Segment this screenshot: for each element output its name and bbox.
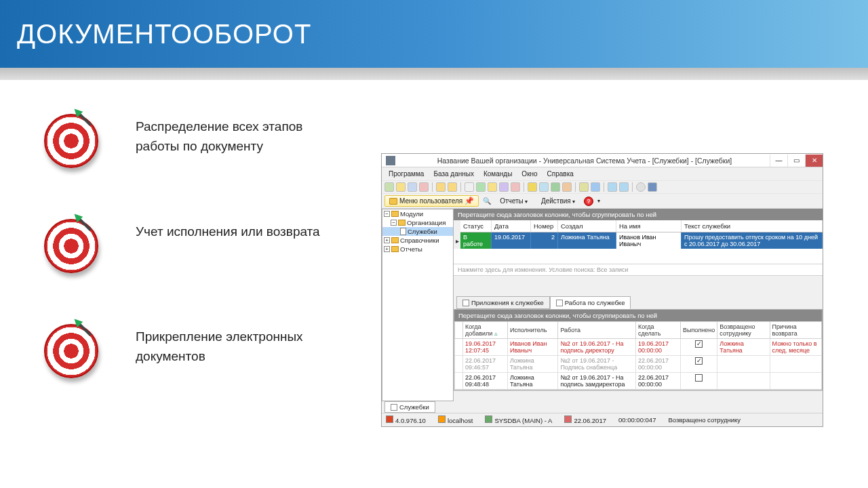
status-user: SYSDBA (MAIN) - A bbox=[494, 417, 552, 424]
folder-icon bbox=[391, 237, 399, 243]
search-hint[interactable]: Нажмите здесь для изменения. Условие пои… bbox=[454, 264, 823, 276]
user-icon bbox=[485, 415, 492, 423]
tree-reference[interactable]: +Справочники bbox=[382, 236, 453, 245]
tree-root-modules[interactable]: −Модули bbox=[382, 209, 453, 218]
toolbar-icon[interactable] bbox=[551, 182, 560, 192]
toolbar-icon[interactable] bbox=[619, 182, 629, 192]
table-row[interactable]: 22.06.2017 09:46:57 Ложкина Татьяна №2 о… bbox=[455, 356, 822, 373]
folder-icon bbox=[389, 198, 397, 205]
col-creator[interactable]: Создал bbox=[558, 220, 616, 232]
footer-tabs: Служебки bbox=[382, 401, 823, 413]
status-version: 4.0.976.10 bbox=[395, 417, 426, 424]
slide-title: ДОКУМЕНТООБОРОТ bbox=[0, 0, 868, 68]
toolbar-icon[interactable] bbox=[648, 182, 657, 192]
toolbar-icon[interactable] bbox=[539, 182, 549, 192]
close-button[interactable]: ✕ bbox=[805, 155, 823, 167]
document-icon bbox=[391, 404, 397, 411]
calendar-icon bbox=[564, 415, 572, 423]
toolbar-icon[interactable] bbox=[384, 182, 394, 192]
user-menu-button[interactable]: Меню пользователя 📌 bbox=[384, 195, 479, 207]
toolbar-icon[interactable] bbox=[396, 182, 406, 192]
help-icon[interactable]: ? bbox=[584, 197, 593, 206]
app-window: Название Вашей организации - Универсальн… bbox=[381, 153, 823, 427]
checkbox[interactable]: ✓ bbox=[695, 340, 703, 348]
toolbar-icon[interactable] bbox=[579, 182, 589, 192]
window-title: Название Вашей организации - Универсальн… bbox=[399, 157, 770, 165]
toolbar-icon[interactable] bbox=[636, 182, 646, 192]
toolbar-icon[interactable] bbox=[562, 182, 572, 192]
col-due[interactable]: Когда сделать bbox=[636, 322, 681, 339]
col-work[interactable]: Работа bbox=[558, 322, 636, 339]
col-returned[interactable]: Возвращено сотруднику bbox=[717, 322, 770, 339]
toolbar-icon[interactable] bbox=[528, 182, 537, 192]
status-icon bbox=[386, 415, 393, 423]
tree-sluzhebki[interactable]: Служебки bbox=[382, 227, 453, 236]
grid-row[interactable]: В работе 19.06.2017 2 Ложкина Татьяна Ив… bbox=[460, 232, 823, 249]
tree-reports[interactable]: +Отчеты bbox=[382, 245, 453, 253]
menu-window[interactable]: Окно bbox=[517, 169, 541, 179]
table-row[interactable]: 19.06.2017 12:07:45 Иванов Иван Иваныч №… bbox=[455, 339, 822, 356]
toolbar-icon[interactable] bbox=[591, 182, 600, 192]
toolbar-icon[interactable] bbox=[511, 182, 520, 192]
col-executor[interactable]: Исполнитель bbox=[507, 322, 557, 339]
app-icon bbox=[386, 156, 395, 165]
bullet-text: Распределение всех этапов работы по доку… bbox=[136, 114, 326, 156]
target-icon bbox=[44, 219, 102, 277]
group-by-bar[interactable]: Перетащите сюда заголовок колонки, чтобы… bbox=[454, 310, 822, 321]
sub-toolbar: Меню пользователя 📌 🔍 Отчеты Действия ?▾ bbox=[382, 194, 823, 209]
minimize-button[interactable]: — bbox=[770, 155, 787, 167]
col-reason[interactable]: Причина возврата bbox=[770, 322, 821, 339]
target-icon bbox=[44, 324, 102, 382]
statusbar: 4.0.976.10 localhost SYSDBA (MAIN) - A 2… bbox=[382, 413, 823, 426]
col-text[interactable]: Текст служебки bbox=[682, 220, 823, 232]
search-icon[interactable]: 🔍 bbox=[483, 197, 491, 205]
toolbar-icon[interactable] bbox=[419, 182, 429, 192]
folder-icon bbox=[398, 220, 406, 226]
col-added[interactable]: Когда добавили ▵ bbox=[463, 322, 508, 339]
group-by-bar[interactable]: Перетащите сюда заголовок колонки, чтобы… bbox=[454, 209, 823, 220]
tab-work[interactable]: Работа по служебке bbox=[550, 296, 631, 309]
row-marker bbox=[454, 220, 460, 232]
tab-attachments[interactable]: Приложения к служебке bbox=[456, 296, 550, 309]
toolbar-icon[interactable] bbox=[465, 182, 474, 192]
toolbar-icon[interactable] bbox=[476, 182, 486, 192]
maximize-button[interactable]: ▭ bbox=[787, 155, 805, 167]
menu-help[interactable]: Справка bbox=[543, 169, 578, 179]
reports-dropdown[interactable]: Отчеты bbox=[495, 196, 532, 206]
toolbar-icon[interactable] bbox=[488, 182, 497, 192]
col-date[interactable]: Дата bbox=[492, 220, 531, 232]
checkbox[interactable] bbox=[695, 374, 703, 382]
slide-divider bbox=[0, 68, 868, 80]
document-icon bbox=[400, 228, 406, 235]
menubar: Программа База данных Команды Окно Справ… bbox=[382, 167, 823, 180]
menu-database[interactable]: База данных bbox=[429, 169, 478, 179]
checkbox[interactable]: ✓ bbox=[695, 357, 703, 365]
server-icon bbox=[438, 415, 446, 423]
status-host: localhost bbox=[448, 417, 473, 424]
toolbar-icon[interactable] bbox=[608, 182, 617, 192]
document-icon bbox=[556, 300, 563, 306]
toolbar bbox=[382, 180, 823, 194]
tree-organization[interactable]: −Организация bbox=[382, 218, 453, 227]
menu-commands[interactable]: Команды bbox=[479, 169, 516, 179]
nav-tree: −Модули −Организация Служебки +Справочни… bbox=[382, 209, 454, 401]
actions-dropdown[interactable]: Действия bbox=[536, 196, 580, 206]
col-recipient[interactable]: На имя bbox=[616, 220, 682, 232]
bullet-text: Прикрепление электронных документов bbox=[136, 324, 326, 366]
col-status[interactable]: Статус bbox=[460, 220, 492, 232]
footer-tab-sluzhebki[interactable]: Служебки bbox=[384, 401, 435, 413]
target-icon bbox=[44, 114, 102, 171]
toolbar-icon[interactable] bbox=[448, 182, 457, 192]
col-done[interactable]: Выполнено bbox=[680, 322, 717, 339]
grid-header: Статус Дата Номер Создал На имя Текст сл… bbox=[460, 220, 823, 232]
table-row[interactable]: 22.06.2017 09:48:48 Ложкина Татьяна №2 о… bbox=[455, 373, 822, 390]
pin-icon: 📌 bbox=[465, 197, 474, 205]
toolbar-icon[interactable] bbox=[436, 182, 446, 192]
menu-program[interactable]: Программа bbox=[384, 169, 428, 179]
status-date: 22.06.2017 bbox=[574, 417, 606, 424]
toolbar-icon[interactable] bbox=[499, 182, 509, 192]
folder-icon bbox=[391, 211, 399, 217]
document-icon bbox=[462, 300, 469, 306]
toolbar-icon[interactable] bbox=[408, 182, 417, 192]
col-number[interactable]: Номер bbox=[531, 220, 558, 232]
